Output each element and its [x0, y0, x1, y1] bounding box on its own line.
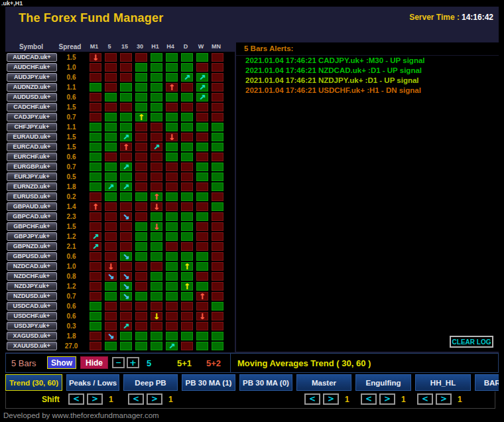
trend-cell-m1 [90, 282, 101, 291]
trend-cell-m1 [90, 93, 101, 102]
symbol-button[interactable]: EURCHF.uk+ [7, 153, 57, 161]
symbol-button[interactable]: CADJPY.uk+ [7, 113, 57, 121]
symbol-button[interactable]: NZDCAD.uk+ [7, 262, 57, 271]
trend-cell-30 [135, 272, 147, 281]
trend-cell-w: ↓ [196, 312, 208, 320]
trend-cell-15: ↘ [120, 282, 132, 291]
trend-cell-w [196, 173, 208, 181]
trend-cells: ↓↑ [90, 262, 227, 271]
shift-right-button[interactable]: > [147, 393, 162, 405]
show-button[interactable]: Show [47, 356, 76, 369]
symbol-button[interactable]: AUDCHF.uk+ [7, 63, 57, 72]
shift-left-button[interactable]: < [361, 393, 377, 405]
count-5-label: 5 [147, 358, 151, 368]
symbol-button[interactable]: GBPCHF.uk+ [7, 222, 57, 231]
trend-cell-w [196, 202, 208, 211]
trend-cell-mn [212, 153, 223, 161]
shift-left-button[interactable]: < [304, 393, 320, 405]
symbol-button[interactable]: EURGBP.uk+ [7, 163, 57, 171]
trend-cell-h1 [151, 113, 162, 121]
nav-button-pb-30-ma-1[interactable]: PB 30 MA (1) [182, 374, 235, 391]
trend-cell-15 [120, 113, 132, 121]
trend-cell-d [181, 133, 193, 141]
symbol-button[interactable]: NZDUSD.uk+ [7, 292, 57, 301]
nav-button-hh-hl[interactable]: HH_HL [415, 374, 471, 391]
timeframe-headers: M151530H1H4DWMN [88, 43, 225, 50]
trend-cell-mn [212, 322, 223, 330]
trend-cell-w [196, 113, 208, 121]
trend-cell-w [196, 272, 208, 281]
nav-button-engulfing[interactable]: Engulfing [355, 374, 411, 391]
trend-cell-h4 [166, 63, 178, 72]
trend-cell-15 [120, 192, 132, 201]
trend-cell-h1 [151, 252, 162, 261]
clear-log-button[interactable]: CLEAR LOG [450, 336, 493, 348]
symbol-button[interactable]: AUDCAD.uk+ [7, 53, 57, 62]
trend-cell-5: ↓ [105, 262, 117, 271]
shift-left-button[interactable]: < [417, 393, 433, 405]
symbol-button[interactable]: NZDJPY.uk+ [7, 282, 57, 291]
symbol-button[interactable]: GBPCAD.uk+ [7, 212, 57, 221]
trend-cell-mn [212, 192, 223, 201]
symbol-button[interactable]: EURJPY.uk+ [7, 173, 57, 181]
plus-button[interactable]: + [127, 357, 139, 368]
symbol-button[interactable]: EURAUD.uk+ [7, 133, 57, 141]
alert-line: 2021.01.04 17:46:21 CADJPY.uk+ :M30 - UP… [236, 56, 499, 66]
symbol-button[interactable]: USDCHF.uk+ [7, 312, 57, 320]
symbol-button[interactable]: XAGUSD.uk+ [7, 332, 57, 340]
symbol-button[interactable]: GBPNZD.uk+ [7, 242, 57, 251]
nav-button-peaks-lows[interactable]: Peaks / Lows [66, 374, 119, 391]
shift-label: Shift [42, 395, 60, 404]
arrow-ne-icon: ↗ [92, 233, 99, 241]
symbol-button[interactable]: GBPAUD.uk+ [7, 202, 57, 211]
symbol-button[interactable]: AUDNZD.uk+ [7, 83, 57, 92]
trend-cell-30 [135, 332, 147, 340]
shift-right-button[interactable]: > [436, 393, 452, 405]
symbol-button[interactable]: GBPJPY.uk+ [7, 232, 57, 241]
trend-cells [90, 153, 227, 161]
symbol-button[interactable]: AUDJPY.uk+ [7, 73, 57, 82]
symbol-button[interactable]: EURNZD.uk+ [7, 182, 57, 191]
shift-right-button[interactable]: > [323, 393, 339, 405]
trend-cell-h4 [166, 282, 178, 291]
trend-cell-30 [135, 202, 147, 211]
shift-left-button[interactable]: < [128, 393, 144, 405]
trend-cell-m1 [90, 262, 101, 271]
nav-button-pb-30-ma-0[interactable]: PB 30 MA (0) [239, 374, 292, 391]
arrow-up-icon: ↑ [168, 84, 175, 92]
nav-button-bars[interactable]: BARS [475, 374, 499, 391]
nav-button-deep-pb[interactable]: Deep PB [123, 374, 178, 391]
hide-button[interactable]: Hide [80, 356, 108, 369]
trend-cell-h4 [166, 292, 178, 301]
trend-cell-w [196, 163, 208, 171]
symbol-button[interactable]: CHFJPY.uk+ [7, 123, 57, 131]
minus-button[interactable]: − [112, 357, 125, 368]
table-row: USDCAD.uk+0.6 [5, 301, 235, 311]
symbol-button[interactable]: NZDCHF.uk+ [7, 272, 57, 281]
symbol-button[interactable]: USDJPY.uk+ [7, 322, 57, 330]
trend-cell-mn [212, 93, 223, 102]
nav-button-master[interactable]: Master [296, 374, 351, 391]
shift-right-button[interactable]: > [87, 393, 103, 405]
shift-left-button[interactable]: < [68, 393, 84, 405]
symbol-button[interactable]: AUDUSD.uk+ [7, 93, 57, 102]
trend-cell-m1: ↑ [90, 202, 101, 211]
symbol-button[interactable]: XAUUSD.uk+ [7, 342, 57, 350]
trend-cell-w [196, 252, 208, 261]
shift-group: <>1 [128, 393, 173, 405]
symbol-button[interactable]: EURCAD.uk+ [7, 143, 57, 151]
symbol-button[interactable]: USDCAD.uk+ [7, 302, 57, 311]
trend-cell-h1 [151, 153, 162, 161]
trend-cell-h4 [166, 332, 178, 340]
trend-cell-h4 [166, 272, 178, 281]
nav-button-trend-30-60[interactable]: Trend (30, 60) [5, 374, 62, 391]
symbol-button[interactable]: CADCHF.uk+ [7, 103, 57, 111]
trend-cells: ↗↓ [90, 133, 227, 141]
symbol-button[interactable]: EURUSD.uk+ [7, 192, 57, 201]
arrow-up-icon: ↑ [153, 193, 160, 201]
symbol-button[interactable]: GBPUSD.uk+ [7, 252, 57, 261]
shift-right-button[interactable]: > [379, 393, 395, 405]
trend-cells: ↗ [90, 93, 227, 102]
trend-cell-mn [212, 302, 223, 311]
table-row: AUDCHF.uk+1.0 [5, 62, 235, 72]
